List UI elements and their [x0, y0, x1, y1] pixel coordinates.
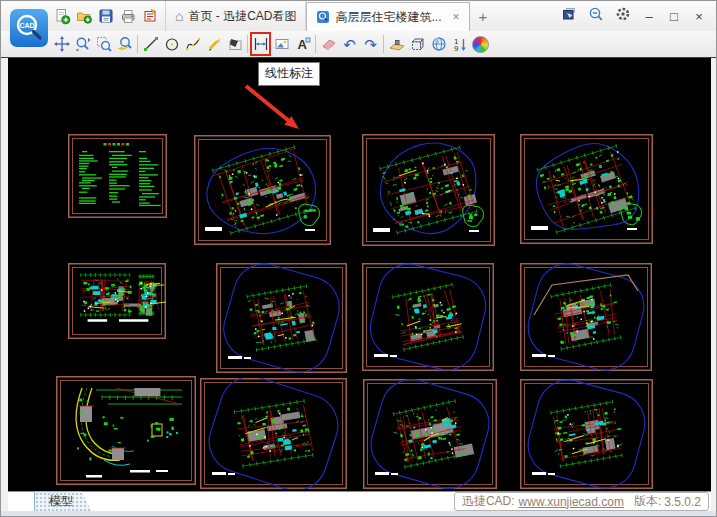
magnifier-arrows-icon [74, 35, 92, 53]
quick-actions [53, 7, 159, 25]
open-folder-icon [75, 7, 93, 25]
tab-drawing-label: 高层层住宅楼建筑... [335, 9, 441, 26]
zoom-out-button[interactable] [588, 6, 604, 26]
drawing-sheet-8 [520, 263, 652, 371]
background-color-button[interactable] [470, 32, 491, 56]
footer-info: 迅捷CAD: www.xunjiecad.com 版本: 3.5.0.2 [454, 492, 709, 511]
brand-label: 迅捷CAD: [462, 493, 515, 510]
pan-tool-button[interactable] [51, 32, 72, 56]
undo-icon: ↶ [343, 37, 356, 52]
window-bottom-edge [1, 511, 716, 517]
toolbar-separator [247, 35, 248, 53]
tab-strip: ⌂ 首页 - 迅捷CAD看图 高层层住宅楼建筑... × + [165, 1, 496, 31]
tab-home-label: 首页 - 迅捷CAD看图 [188, 8, 296, 25]
line-icon [142, 35, 160, 53]
drawing-sheet-9 [56, 376, 196, 485]
tool-tooltip: 线性标注 [258, 62, 320, 86]
svg-text:CAD: CAD [19, 22, 34, 29]
globe-button[interactable] [428, 32, 449, 56]
undo-button[interactable]: ↶ [339, 32, 360, 56]
draw-circle-button[interactable] [161, 32, 182, 56]
app-window: CAD [0, 0, 717, 517]
pan-icon [53, 35, 71, 53]
version-label: 版本: [634, 493, 661, 510]
svg-text:9: 9 [454, 44, 459, 53]
draw-line-button[interactable] [140, 32, 161, 56]
drawing-sheet-5 [68, 263, 166, 339]
new-file-icon [53, 7, 71, 25]
pencil-icon [205, 35, 223, 53]
image-annotation-button[interactable] [271, 32, 292, 56]
magnifier-minus-icon [588, 6, 604, 22]
titlebar-right-actions: – □ × [561, 6, 706, 26]
tab-close-icon[interactable]: × [452, 10, 459, 24]
close-button[interactable]: × [692, 9, 706, 24]
draw-freehand-button[interactable] [203, 32, 224, 56]
screen-capture-button[interactable] [561, 6, 577, 26]
text-icon: A [294, 35, 312, 53]
linear-dimension-button[interactable] [250, 32, 271, 56]
drawing-sheet-7 [362, 263, 494, 371]
tab-home[interactable]: ⌂ 首页 - 迅捷CAD看图 [166, 1, 306, 31]
picture-icon [273, 35, 291, 53]
toolbar-separator [137, 35, 138, 53]
gear-icon [615, 6, 631, 22]
screen-capture-icon [561, 6, 577, 22]
version-value: 3.5.0.2 [664, 495, 701, 509]
status-bar: 模型 迅捷CAD: www.xunjiecad.com 版本: 3.5.0.2 [8, 491, 711, 511]
color-wheel-icon [472, 36, 489, 53]
drawing-sheet-2 [194, 135, 331, 245]
eraser-button[interactable] [318, 32, 339, 56]
drawing-sheet-3 [362, 134, 495, 246]
draw-spline-button[interactable] [182, 32, 203, 56]
redo-button[interactable]: ↷ [360, 32, 381, 56]
text-annotation-button[interactable]: A [292, 32, 313, 56]
measure-pad-button[interactable] [386, 32, 407, 56]
zoom-previous-button[interactable] [114, 32, 135, 56]
sort-numeric-icon: 1 9 [451, 35, 469, 53]
toolbar-separator [315, 35, 316, 53]
stamp-tool-button[interactable] [224, 32, 245, 56]
drawing-sheet-1 [68, 134, 167, 218]
drawing-sheet-6 [216, 263, 347, 373]
tab-drawing[interactable]: 高层层住宅楼建筑... × [306, 2, 469, 31]
print-button[interactable] [119, 7, 137, 25]
toolbar-separator [383, 35, 384, 53]
zoom-window-button[interactable] [93, 32, 114, 56]
circle-icon [163, 35, 181, 53]
website-link[interactable]: www.xunjiecad.com [519, 495, 624, 509]
toolbar: A ↶ ↷ [1, 31, 716, 58]
globe-icon [430, 35, 448, 53]
minimize-button[interactable]: – [642, 9, 656, 24]
app-logo[interactable]: CAD [10, 9, 48, 47]
eraser-icon [320, 35, 338, 53]
cad-file-icon [316, 10, 330, 24]
sort-button[interactable]: 1 9 [449, 32, 470, 56]
drawing-sheet-10 [200, 378, 347, 489]
redo-icon: ↷ [364, 37, 377, 52]
save-button[interactable] [97, 7, 115, 25]
drawing-sheet-12 [520, 379, 653, 489]
settings-button[interactable] [615, 6, 631, 26]
title-bar: ⌂ 首页 - 迅捷CAD看图 高层层住宅楼建筑... × + [1, 1, 716, 31]
cube-icon [409, 35, 427, 53]
cad-magnifier-icon: CAD [14, 13, 44, 43]
printer-icon [119, 7, 137, 25]
maximize-button[interactable]: □ [667, 9, 681, 24]
zoom-dynamic-button[interactable] [72, 32, 93, 56]
drawing-sheet-11 [363, 379, 497, 489]
new-drawing-button[interactable] [53, 7, 71, 25]
model-space-tab[interactable]: 模型 [34, 491, 92, 513]
linear-dimension-icon [252, 35, 270, 53]
drawing-canvas[interactable] [8, 58, 711, 491]
home-icon: ⌂ [175, 8, 183, 24]
magnifier-window-icon [95, 35, 113, 53]
floppy-disk-icon [97, 7, 115, 25]
new-tab-button[interactable]: + [470, 8, 497, 25]
drawing-sheet-4 [520, 134, 653, 244]
spline-icon [184, 35, 202, 53]
drawing-sheets [8, 58, 711, 491]
export-report-button[interactable] [141, 7, 159, 25]
view-3d-button[interactable] [407, 32, 428, 56]
open-file-button[interactable] [75, 7, 93, 25]
